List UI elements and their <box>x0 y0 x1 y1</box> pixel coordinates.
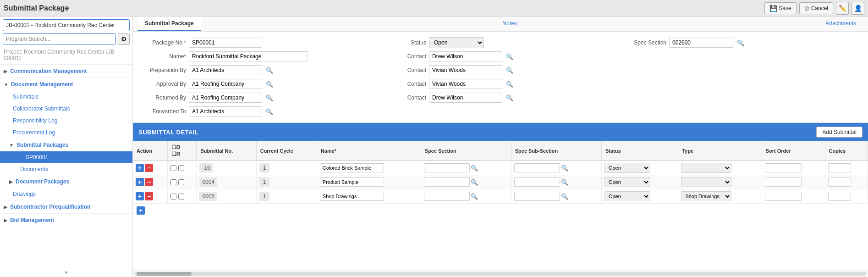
spec-sub-search-1[interactable]: 🔍 <box>560 163 569 172</box>
type-select-3[interactable]: Shop Drawings <box>681 191 731 201</box>
returned-search-button[interactable]: 🔍 <box>265 93 274 102</box>
submittal-detail-table: Action ☐D ☐R Submittal No. Current Cycle… <box>133 141 868 204</box>
contact-2-search-button[interactable]: 🔍 <box>505 66 514 75</box>
table-row: + − -16 1 <box>133 161 868 175</box>
approval-label: Approval By <box>140 81 186 87</box>
row-remove-button-1[interactable]: − <box>145 164 153 172</box>
sidebar-item-procurement-log[interactable]: Procurement Log <box>0 127 132 138</box>
copies-input-3[interactable] <box>828 192 851 201</box>
package-no-input[interactable] <box>189 38 262 48</box>
status-select[interactable]: Open Closed Pending <box>429 37 484 48</box>
sidebar-item-submittals[interactable]: Submittals <box>0 91 132 103</box>
spec-section-input-3[interactable] <box>424 192 470 201</box>
approval-input[interactable] <box>189 79 262 89</box>
status-select-1[interactable]: OpenClosed <box>604 163 650 173</box>
contact-2-input[interactable] <box>429 65 502 75</box>
row-add-button-3[interactable]: + <box>136 192 144 200</box>
horizontal-scrollbar[interactable] <box>133 270 868 277</box>
form-row-returned: Returned By 🔍 <box>140 92 380 103</box>
checkbox-r-3[interactable] <box>178 194 184 199</box>
status-select-3[interactable]: OpenClosed <box>604 191 650 201</box>
spec-section-search-3[interactable]: 🔍 <box>470 192 479 201</box>
copies-input-1[interactable] <box>828 163 851 172</box>
checkbox-d-1[interactable] <box>170 165 176 171</box>
type-select-1[interactable]: Shop Drawings <box>681 163 731 173</box>
approval-search-button[interactable]: 🔍 <box>265 79 274 89</box>
spec-sub-search-3[interactable]: 🔍 <box>560 192 569 201</box>
sidebar-item-document-management[interactable]: ▼ Document Management <box>0 78 132 91</box>
save-button[interactable]: 💾 Save <box>764 2 796 14</box>
row-add-button-1[interactable]: + <box>136 164 144 172</box>
add-submittal-button[interactable]: Add Submittal <box>816 127 863 138</box>
spec-sub-input-1[interactable] <box>514 163 560 172</box>
contact-1-search-button[interactable]: 🔍 <box>505 52 514 61</box>
sidebar-item-drawings[interactable]: Drawings <box>0 188 132 200</box>
name-input-1[interactable] <box>320 163 384 172</box>
spec-section-search-2[interactable]: 🔍 <box>470 177 479 187</box>
contact-1-input[interactable] <box>429 51 502 61</box>
preparation-input[interactable] <box>189 65 262 75</box>
sidebar-item-document-packages[interactable]: ▶ Document Packages <box>0 175 132 188</box>
forwarded-input[interactable] <box>189 106 262 116</box>
checkbox-r-1[interactable] <box>178 165 184 171</box>
spec-sub-input-3[interactable] <box>514 192 560 201</box>
sidebar-item-subcontractor[interactable]: ▶ Subcontractor Prequalification <box>0 200 132 213</box>
spec-section-search-1[interactable]: 🔍 <box>470 163 479 172</box>
bottom-add-button[interactable]: + <box>137 206 145 215</box>
save-icon: 💾 <box>769 5 777 12</box>
checkbox-r-2[interactable] <box>178 179 184 185</box>
contact-3-search-button[interactable]: 🔍 <box>505 79 514 89</box>
sort-order-input-2[interactable] <box>765 177 802 187</box>
td-name-3 <box>317 189 421 204</box>
search-input[interactable] <box>3 33 116 44</box>
td-dr-2 <box>167 175 197 189</box>
checkbox-d-2[interactable] <box>170 179 176 185</box>
spec-sub-search-2[interactable]: 🔍 <box>560 177 569 187</box>
row-remove-button-3[interactable]: − <box>145 192 153 200</box>
tab-attachments[interactable]: Attachments <box>818 17 863 31</box>
name-input[interactable] <box>189 51 308 61</box>
search-wrapper: ⚙ <box>0 31 132 47</box>
sidebar-item-submittal-packages[interactable]: ▼ Submittal Packages <box>0 138 132 151</box>
sidebar-item-responsibility-log[interactable]: Responsibility Log <box>0 115 132 127</box>
spec-section-input-2[interactable] <box>424 177 470 187</box>
row-add-button-2[interactable]: + <box>136 178 144 186</box>
tab-notes[interactable]: Notes <box>201 17 819 31</box>
edit-icon-button[interactable]: ✏️ <box>836 2 849 15</box>
user-icon-button[interactable]: 👤 <box>852 2 864 15</box>
forwarded-search-button[interactable]: 🔍 <box>265 107 274 116</box>
contact-3-input[interactable] <box>429 79 502 89</box>
project-link[interactable]: Project: Rockford Community Rec Center (… <box>0 47 132 64</box>
cancel-button[interactable]: ⊘ Cancel <box>799 2 833 14</box>
sidebar-item-documents[interactable]: Documents <box>0 163 132 175</box>
gear-button[interactable]: ⚙ <box>118 33 130 45</box>
row-remove-button-2[interactable]: − <box>145 178 153 186</box>
spec-section-input-1[interactable] <box>424 163 470 172</box>
tab-submittal-package[interactable]: Submittal Package <box>137 17 201 31</box>
preparation-search-button[interactable]: 🔍 <box>265 66 274 75</box>
td-cycle-1: 1 <box>256 161 317 175</box>
project-dropdown[interactable]: JB-00001 - Rockford Community Rec Center <box>3 19 130 31</box>
spec-sub-input-2[interactable] <box>514 177 560 187</box>
sidebar-item-communication[interactable]: ▶ Communication Management <box>0 65 132 78</box>
contact-4-search-button[interactable]: 🔍 <box>505 93 514 102</box>
name-input-2[interactable] <box>320 177 384 187</box>
type-select-2[interactable]: Shop Drawings <box>681 177 731 187</box>
returned-input[interactable] <box>189 93 262 103</box>
contact-4-input[interactable] <box>429 93 502 103</box>
sort-order-input-3[interactable] <box>765 192 802 201</box>
sidebar-item-bid-management[interactable]: ▶ Bid Management <box>0 214 132 227</box>
name-input-3[interactable] <box>320 192 384 201</box>
nav-section-communication: ▶ Communication Management <box>0 64 132 78</box>
sort-order-input-1[interactable] <box>765 163 802 172</box>
status-select-2[interactable]: OpenClosed <box>604 177 650 187</box>
spec-section-input[interactable] <box>669 38 733 48</box>
checkbox-d-3[interactable] <box>170 194 176 199</box>
copies-input-2[interactable] <box>828 177 851 187</box>
td-submittal-no-3: 0005 <box>197 189 256 204</box>
td-type-1: Shop Drawings <box>678 161 762 175</box>
spec-section-search-button[interactable]: 🔍 <box>736 38 745 47</box>
td-cycle-3: 1 <box>256 189 317 204</box>
sidebar-item-sp00001[interactable]: SP00001 <box>0 151 132 163</box>
sidebar-item-collaborator-submittals[interactable]: Collaborator Submittals <box>0 103 132 115</box>
